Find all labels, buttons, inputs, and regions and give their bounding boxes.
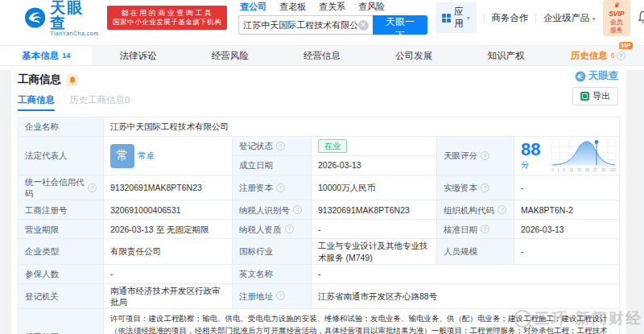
top-header: 天眼查 TianYanCha.com 都在用的商业查询工具 国家中小企业发展子基… (0, 0, 644, 35)
svip-member-button[interactable]: ♛ SVIP 会员服务 (603, 0, 630, 36)
tab-4[interactable]: 经营信息 (276, 46, 368, 65)
banner-line1: 都在用的商业查询工具 (113, 8, 221, 18)
field-value: 南通市经济技术开发区行政审批局 (104, 284, 233, 309)
tianyancha-logo[interactable]: 天眼查 TianYanCha.com (24, 0, 99, 36)
logo-text: 天眼查 (50, 0, 99, 31)
clear-search-icon[interactable]: ✕ (358, 20, 369, 31)
field-label: 参保人数 (19, 265, 104, 284)
field-label: 注册资本? (233, 175, 312, 200)
table-row: 企业类型有限责任公司国标行业工业与专业设计及其他专业技术服务 (M749)人员规… (19, 239, 620, 264)
tab-6[interactable]: 知识产权 (460, 46, 551, 65)
field-value: 2026-03-13 (514, 220, 620, 239)
tianyan-score-cell[interactable]: 88分 (514, 137, 620, 175)
registration-info-table: 企业名称江苏中天国际工程技术有限公司 法定代表人 常 常卓 登记状态? 在业 天… (18, 117, 620, 334)
field-value: - (104, 265, 233, 284)
help-icon[interactable]: ? (481, 151, 489, 160)
enterprise-products-link[interactable]: 企业级产品 ▾ (543, 12, 596, 24)
tab-3[interactable]: 经营风险 (184, 46, 276, 65)
help-icon[interactable]: ? (276, 183, 285, 192)
subscribe-bell-icon[interactable] (66, 74, 78, 86)
search-tabs: 查公司查老板查关系查风险 (238, 1, 427, 15)
logo-swirl-icon (24, 6, 46, 29)
banner-line2: 国家中小企业发展子基金旗下机构 (113, 18, 221, 27)
chevron-down-icon: ▾ (467, 14, 470, 22)
tab-7[interactable]: 历史信息6?VIP (552, 46, 644, 65)
section-title: 工商信息 (18, 72, 61, 87)
subtab-1[interactable]: 工商信息 (18, 94, 55, 111)
field-value: 许可项目：建设工程勘察；输电、供电、受电电力设施的安装、维修和试验；发电业务、输… (104, 309, 620, 334)
tab-1[interactable]: 基本信息14 (0, 46, 92, 65)
field-value: 10000万人民币 (312, 175, 437, 200)
business-coop-link[interactable]: 商务合作 (491, 12, 528, 24)
legal-representative-cell: 常 常卓 (104, 137, 233, 175)
tab-label: 经营信息 (303, 50, 341, 62)
search-block: 查公司查老板查关系查风险 ✕ 天眼一下 (238, 1, 427, 35)
axis-tick: 97 (593, 167, 597, 172)
help-icon[interactable]: ? (88, 183, 97, 192)
chevron-down-icon: ▾ (592, 15, 596, 23)
export-button[interactable]: 导出 (572, 87, 618, 105)
axis-tick: 100 (609, 167, 616, 172)
tab-2[interactable]: 法律诉讼 (92, 46, 184, 65)
search-tab-3[interactable]: 查关系 (319, 1, 345, 13)
table-row: 工商注册号320691000406531纳税人识别号?91320691MAK8P… (19, 200, 620, 220)
field-value: - (514, 239, 620, 264)
field-value: 91320691MAK8PT6N23 (104, 175, 233, 200)
score-axis-ticks: 0131550859799100 (550, 167, 617, 173)
help-icon[interactable]: ? (481, 183, 489, 192)
field-label: 纳税人识别号? (233, 200, 312, 220)
search-tab-1[interactable]: 查公司 (240, 1, 266, 13)
app-grid-icon (442, 14, 451, 23)
field-value: 工业与专业设计及其他专业技术服务 (M749) (312, 239, 437, 264)
company-nav-tabs: 基本信息14法律诉讼经营风险经营信息公司发展知识产权历史信息6?VIP (0, 45, 644, 66)
promo-banner: 都在用的商业查询工具 国家中小企业发展子基金旗下机构 (107, 6, 227, 30)
search-box: ✕ (238, 15, 372, 35)
axis-tick: 1 (557, 167, 559, 172)
legal-representative-link[interactable]: 常卓 (138, 150, 155, 161)
field-label: 企业名称 (19, 118, 104, 137)
help-icon[interactable]: ? (293, 205, 302, 214)
subtab-2[interactable]: 历史工商信息0 (69, 94, 130, 111)
help-icon[interactable]: ? (276, 142, 285, 151)
tab-5[interactable]: 公司发展 (368, 46, 460, 65)
score-unit: 分 (521, 160, 529, 169)
score-distribution-chart: 0131550859799100 (550, 138, 617, 173)
registration-status-cell: 在业 (312, 137, 437, 156)
logo-domain: TianYanCha.com (50, 31, 99, 36)
divider (535, 13, 536, 23)
apps-label: 应用 (454, 6, 464, 30)
field-value: - (312, 220, 437, 239)
field-label: 英文名称 (233, 265, 312, 284)
excel-icon (580, 92, 589, 101)
tab-count: 6 (611, 52, 615, 60)
search-button[interactable]: 天眼一下 (373, 15, 428, 35)
field-label: 组织机构代码? (437, 200, 514, 220)
avatar[interactable]: 常 (110, 144, 134, 168)
tab-label: 知识产权 (488, 50, 525, 62)
apps-menu-button[interactable]: 应用 ▾ (436, 2, 477, 33)
help-icon[interactable]: ? (285, 225, 294, 233)
field-value: 江苏中天国际工程技术有限公司 (104, 118, 620, 137)
field-value: 320691000406531 (104, 200, 233, 220)
notification-bell-icon[interactable] (638, 10, 644, 25)
score-value: 88 (521, 139, 540, 159)
field-label: 纳税人资质? (233, 220, 312, 239)
help-icon[interactable]: ? (276, 291, 285, 300)
table-row: 企业名称江苏中天国际工程技术有限公司 (19, 118, 620, 137)
axis-tick: 0 (551, 167, 554, 172)
enterprise-label: 企业级产品 (543, 13, 590, 23)
help-icon[interactable]: ? (497, 205, 506, 214)
tab-label: 基本信息 (22, 50, 59, 62)
search-input[interactable] (243, 20, 357, 30)
field-label: 实缴资本? (437, 175, 514, 200)
field-value: 91320691MAK8PT6N23 (312, 200, 437, 220)
field-label: 注册地址? (233, 284, 312, 309)
table-row: 登记机关南通市经济技术开发区行政审批局注册地址?江苏省南通市开发区齐心路88号 (19, 284, 620, 309)
help-icon[interactable]: ? (481, 225, 489, 233)
top-right-nav: 应用 ▾ 商务合作 企业级产品 ▾ ♛ SVIP 会员服务 此处有... ▾ (436, 0, 644, 36)
search-tab-4[interactable]: 查风险 (358, 1, 385, 13)
watermark-swirl-icon (575, 71, 586, 82)
field-label: 天眼评分? (437, 137, 514, 175)
search-tab-2[interactable]: 查老板 (279, 1, 306, 13)
business-info-subtabs: 工商信息历史工商信息0 (18, 94, 620, 111)
